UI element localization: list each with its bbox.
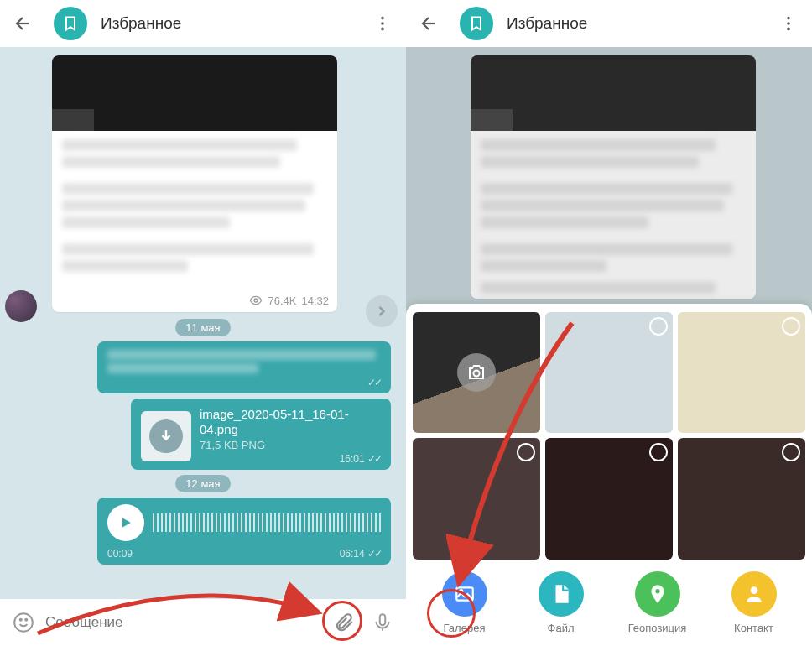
gallery-thumb[interactable] (678, 312, 805, 434)
file-icon (550, 583, 572, 605)
action-contact[interactable]: Контакт (721, 571, 788, 634)
bookmark-icon (62, 15, 79, 32)
svg-point-2 (381, 28, 384, 31)
emoji-button[interactable] (7, 606, 40, 639)
action-label: Геопозиция (628, 622, 687, 634)
svg-point-5 (20, 619, 22, 621)
arrow-left-icon (13, 13, 34, 34)
action-label: Файл (548, 622, 575, 634)
message-input[interactable] (45, 614, 322, 631)
camera-icon (466, 362, 487, 383)
image-icon (454, 583, 476, 605)
download-icon (157, 427, 175, 445)
file-size: 71,5 KB PNG (200, 439, 381, 451)
post-image (52, 55, 337, 131)
file-name: image_2020-05-11_16-01-04.png (200, 407, 381, 437)
file-meta: image_2020-05-11_16-01-04.png 71,5 KB PN… (200, 407, 381, 465)
date-separator: 11 мая (175, 319, 230, 336)
more-vertical-icon (373, 14, 392, 33)
action-location[interactable]: Геопозиция (624, 571, 691, 634)
forwarded-post[interactable] (471, 55, 756, 299)
date-separator: 12 мая (175, 475, 230, 492)
post-views: 76.4K (268, 294, 296, 307)
gallery-thumb[interactable] (678, 438, 805, 560)
action-file[interactable]: Файл (528, 571, 595, 634)
play-icon (117, 514, 134, 531)
svg-point-10 (787, 28, 790, 31)
post-text (471, 131, 756, 299)
gallery-thumb[interactable] (545, 438, 673, 560)
gallery-thumb[interactable] (545, 312, 673, 434)
svg-point-1 (381, 22, 384, 25)
attach-actions: Галерея Файл Геопозиция Контакт (413, 560, 805, 639)
post-time: 14:32 (301, 294, 329, 307)
more-vertical-icon (779, 14, 798, 33)
sender-avatar[interactable] (5, 290, 37, 322)
message-checks: ✓✓ (107, 377, 381, 388)
gallery-grid (413, 312, 805, 560)
svg-point-6 (25, 619, 27, 621)
outgoing-text-bubble[interactable]: ✓✓ (97, 341, 391, 393)
more-button[interactable] (772, 7, 805, 40)
play-button[interactable] (107, 504, 144, 541)
person-icon (743, 583, 765, 605)
chat-title[interactable]: Избранное (507, 14, 758, 33)
svg-rect-7 (380, 614, 386, 625)
file-thumbnail[interactable] (141, 411, 191, 461)
svg-point-11 (474, 370, 480, 376)
svg-point-13 (460, 590, 462, 592)
svg-point-0 (381, 17, 384, 20)
post-text (52, 131, 337, 290)
chat-header: Избранное (0, 0, 406, 47)
svg-point-8 (787, 17, 790, 20)
attach-button[interactable] (327, 606, 361, 639)
voice-elapsed: 00:09 (107, 548, 133, 560)
svg-point-9 (787, 22, 790, 25)
chat-body[interactable]: 76.4K 14:32 11 мая ✓✓ image_2020-05-11_1… (0, 47, 406, 599)
jump-to-bottom[interactable] (366, 295, 398, 327)
file-bubble[interactable]: image_2020-05-11_16-01-04.png 71,5 KB PN… (131, 399, 391, 470)
chat-title[interactable]: Избранное (101, 14, 352, 33)
back-button[interactable] (413, 7, 446, 40)
chat-pane-left: Избранное 76.4K 14:32 (0, 0, 406, 646)
post-image (471, 55, 756, 131)
saved-avatar[interactable] (54, 7, 87, 40)
svg-point-4 (14, 613, 33, 632)
voice-total: 06:14 ✓✓ (340, 548, 381, 560)
waveform[interactable] (153, 513, 381, 532)
attach-sheet: Галерея Файл Геопозиция Контакт (406, 304, 812, 647)
bookmark-icon (468, 15, 485, 32)
svg-point-14 (655, 589, 659, 593)
smile-icon (13, 612, 34, 633)
svg-point-15 (750, 586, 757, 594)
action-gallery[interactable]: Галерея (431, 571, 498, 634)
download-button[interactable] (149, 419, 183, 453)
chat-pane-right: Избранное (406, 0, 812, 646)
chevron-right-icon (373, 303, 390, 320)
forwarded-post[interactable]: 76.4K 14:32 (52, 55, 337, 312)
message-input-bar (0, 599, 406, 646)
file-time: 16:01 ✓✓ (200, 453, 381, 465)
action-label: Контакт (734, 622, 773, 634)
eye-icon (249, 294, 263, 307)
action-label: Галерея (444, 622, 486, 634)
mic-button[interactable] (366, 606, 399, 639)
paperclip-icon (333, 612, 355, 633)
arrow-left-icon (419, 13, 440, 34)
chat-header: Избранное (406, 0, 812, 47)
saved-avatar[interactable] (460, 7, 493, 40)
voice-bubble[interactable]: 00:09 06:14 ✓✓ (97, 498, 391, 565)
post-stats: 76.4K 14:32 (52, 290, 337, 312)
more-button[interactable] (366, 7, 399, 40)
back-button[interactable] (7, 7, 40, 40)
svg-point-3 (254, 299, 258, 302)
mic-icon (372, 612, 393, 633)
camera-tile[interactable] (413, 312, 540, 434)
location-icon (647, 583, 669, 605)
gallery-thumb[interactable] (413, 438, 540, 560)
